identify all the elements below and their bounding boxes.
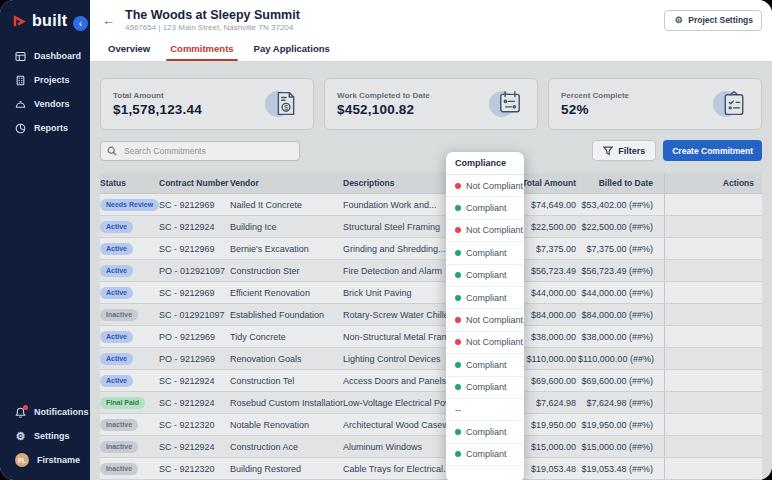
actions-cell[interactable] — [664, 282, 762, 303]
description-cell: Foundation Work and... — [343, 200, 448, 210]
gear-icon: ⚙ — [15, 431, 26, 442]
table-row[interactable]: Active PO - 9212969 Renovation Goals Lig… — [100, 348, 762, 370]
compliance-status-dot-icon — [455, 205, 461, 211]
compliance-item[interactable]: Not Compliant — [446, 175, 524, 197]
search-commitments-field[interactable] — [100, 141, 300, 161]
compliance-item[interactable]: Compliant — [446, 242, 524, 264]
actions-cell[interactable] — [664, 436, 762, 457]
table-row[interactable]: Active SC - 9212969 Bernie's Excavation … — [100, 238, 762, 260]
compliance-item[interactable]: Not Compliant — [446, 220, 524, 242]
compliance-item-label: Compliant — [466, 248, 507, 258]
sidebar: built Dashboard Projects Vendors — [0, 0, 90, 480]
compliance-item[interactable]: Compliant — [446, 354, 524, 376]
status-badge: Active — [100, 243, 133, 255]
sidebar-item-label: Projects — [34, 75, 70, 85]
sidebar-item-label: Settings — [34, 431, 70, 441]
compliance-item[interactable]: Compliant — [446, 197, 524, 219]
actions-cell[interactable] — [664, 414, 762, 435]
sidebar-item-label: Reports — [34, 123, 68, 133]
table-row[interactable]: Active SC - 9212969 Efficient Renovation… — [100, 282, 762, 304]
compliance-item[interactable]: Compliant — [446, 287, 524, 309]
column-header-status[interactable]: Status — [100, 178, 159, 188]
description-cell: Non-Structural Metal Framing — [343, 332, 448, 342]
tab-overview[interactable]: Overview — [98, 40, 160, 61]
billed-to-date-cell: $53,402.00 (##%) — [578, 200, 655, 210]
sidebar-item-label: Notifications — [34, 407, 89, 417]
column-header-descriptions[interactable]: Descriptions — [343, 178, 448, 188]
compliance-item-label: Compliant — [466, 382, 507, 392]
card-label: Work Completed to Date — [337, 91, 430, 100]
sidebar-item-reports[interactable]: Reports — [0, 116, 90, 140]
card-percent-complete: Percent Complete 52% — [548, 78, 762, 130]
card-label: Percent Complete — [561, 91, 629, 100]
card-work-completed: Work Completed to Date $452,100.82 — [324, 78, 538, 130]
table-row[interactable]: Inactive SC - 9212320 Notable Renovation… — [100, 414, 762, 436]
compliance-item[interactable]: Not Compliant — [446, 309, 524, 331]
column-header-contract-number[interactable]: Contract Number — [159, 178, 230, 188]
compliance-item[interactable]: Compliant — [446, 265, 524, 287]
contract-number-cell: PO - 9212969 — [159, 332, 230, 342]
table-row[interactable]: Inactive SC - 9212320 Building Restored … — [100, 458, 762, 480]
vendor-cell: Rosebud Custom Installations — [230, 398, 343, 408]
tab-commitments[interactable]: Commitments — [160, 40, 243, 61]
actions-cell[interactable] — [664, 348, 762, 369]
table-row[interactable]: Inactive SC - 012921097 Established Foun… — [100, 304, 762, 326]
table-row[interactable]: Active SC - 9212924 Construction Tel Acc… — [100, 370, 762, 392]
content-area: Total Amount $1,578,123.44 $ — [90, 62, 772, 480]
contract-number-cell: SC - 9212969 — [159, 244, 230, 254]
compliance-item[interactable]: Not Compliant — [446, 332, 524, 354]
actions-cell[interactable] — [664, 392, 762, 413]
compliance-item-label: Compliant — [466, 360, 507, 370]
table-row[interactable]: Inactive SC - 9212924 Construction Ace A… — [100, 436, 762, 458]
sidebar-item-notifications[interactable]: Notifications — [0, 400, 90, 424]
filters-button[interactable]: Filters — [592, 140, 656, 161]
table-row[interactable]: Active SC - 9212924 Building Ice Structu… — [100, 216, 762, 238]
vendor-cell: Building Restored — [230, 464, 343, 474]
compliance-status-dot-icon — [455, 227, 461, 233]
sidebar-item-dashboard[interactable]: Dashboard — [0, 44, 90, 68]
sidebar-item-projects[interactable]: Projects — [0, 68, 90, 92]
table-row[interactable]: Final Paid SC - 9212924 Rosebud Custom I… — [100, 392, 762, 414]
table-row[interactable]: Needs Review SC - 9212969 Nailed It Conc… — [100, 194, 762, 216]
column-header-billed-to-date[interactable]: Billed to Date — [578, 178, 655, 188]
compliance-item-label: Compliant — [466, 449, 507, 459]
sidebar-item-settings[interactable]: ⚙ Settings — [0, 424, 90, 448]
project-settings-label: Project Settings — [688, 15, 753, 25]
contract-number-cell: SC - 012921097 — [159, 310, 230, 320]
column-header-vendor[interactable]: Vendor — [230, 178, 343, 188]
actions-cell[interactable] — [664, 194, 762, 215]
status-badge: Inactive — [100, 309, 138, 321]
sidebar-item-vendors[interactable]: Vendors — [0, 92, 90, 116]
tab-pay-applications[interactable]: Pay Applications — [244, 40, 340, 61]
actions-cell[interactable] — [664, 458, 762, 479]
compliance-item[interactable]: Compliant — [446, 377, 524, 399]
actions-cell[interactable] — [664, 216, 762, 237]
table-row[interactable]: Active PO - 9212969 Tidy Concrete Non-St… — [100, 326, 762, 348]
status-badge: Active — [100, 287, 133, 299]
vendor-cell: Bernie's Excavation — [230, 244, 343, 254]
compliance-status-dot-icon — [455, 250, 461, 256]
search-input[interactable] — [122, 145, 293, 157]
contract-number-cell: SC - 9212924 — [159, 442, 230, 452]
actions-cell[interactable] — [664, 326, 762, 347]
create-commitment-button[interactable]: Create Commitment — [663, 140, 762, 161]
title-block: The Woods at Sleepy Summit 4567654 | 123… — [125, 8, 300, 32]
compliance-item-label: Compliant — [466, 270, 507, 280]
compliance-item[interactable]: Compliant — [446, 421, 524, 443]
sidebar-collapse-button[interactable]: ‹ — [73, 16, 88, 31]
back-arrow-icon[interactable]: ← — [102, 13, 115, 28]
actions-cell[interactable] — [664, 260, 762, 281]
actions-cell[interactable] — [664, 304, 762, 325]
compliance-item[interactable]: -- — [446, 399, 524, 421]
description-cell: Aluminum Windows — [343, 442, 448, 452]
billed-to-date-cell: $38,000.00 (##%) — [578, 332, 655, 342]
sidebar-item-profile[interactable]: FL Firstname — [0, 448, 90, 472]
table-row[interactable]: Active PO - 012921097 Construction Ster … — [100, 260, 762, 282]
project-header: ← The Woods at Sleepy Summit 4567654 | 1… — [90, 0, 772, 40]
actions-cell[interactable] — [664, 238, 762, 259]
compliance-status-dot-icon — [455, 295, 461, 301]
contract-number-cell: PO - 012921097 — [159, 266, 230, 276]
actions-cell[interactable] — [664, 370, 762, 391]
compliance-item[interactable]: Compliant — [446, 444, 524, 466]
project-settings-button[interactable]: ⚙ Project Settings — [664, 10, 762, 31]
